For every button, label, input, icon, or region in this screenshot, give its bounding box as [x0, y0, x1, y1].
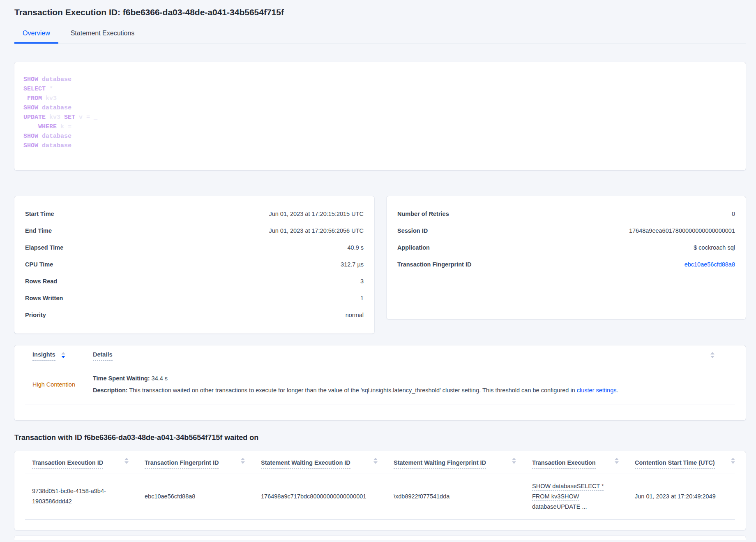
cell-contention-start-time-utc: Jun 01, 2023 at 17:20:49:2049 — [628, 487, 735, 506]
cell-transaction-fingerprint-id: ebc10ae56cfd88a8 — [138, 487, 254, 506]
column-label[interactable]: Statement Waiting Fingerprint ID — [394, 459, 486, 469]
column-header-transaction-fingerprint-id[interactable]: Transaction Fingerprint ID — [138, 459, 254, 469]
description-text: This transaction waited on other transac… — [128, 387, 577, 394]
sort-icon[interactable] — [512, 458, 516, 464]
summary-value: 17648a9eea6017800000000000000001 — [629, 227, 735, 234]
column-header-contention-start-time-utc[interactable]: Contention Start Time (UTC) — [628, 459, 735, 469]
summary-label: Session ID — [397, 227, 428, 234]
summary-label: Number of Retries — [397, 211, 449, 217]
summary-row-rows-written: Rows Written1 — [25, 290, 364, 306]
table-row: 9738d051-bc0e-4158-a9b4-1903586ddd42ebc1… — [25, 473, 735, 520]
summary-cards-row: Start TimeJun 01, 2023 at 17:20:15:2015 … — [14, 196, 746, 334]
cell-statement-waiting-fingerprint-id: \xdb8922f077541dda — [387, 487, 525, 506]
summary-label: Transaction Fingerprint ID — [397, 261, 471, 268]
summary-value: 3 — [360, 278, 364, 285]
summary-label: Start Time — [25, 211, 54, 217]
sort-icon[interactable] — [731, 458, 735, 464]
summary-label: Application — [397, 244, 430, 251]
tab-statement-executions[interactable]: Statement Executions — [62, 30, 143, 44]
summary-value: 1 — [360, 295, 364, 301]
column-label[interactable]: Transaction Fingerprint ID — [145, 459, 219, 469]
summary-value: Jun 01, 2023 at 17:20:56:2056 UTC — [269, 227, 364, 234]
insight-details: Time Spent Waiting: 34.4 s Description: … — [93, 373, 735, 396]
sql-line: SHOW database — [23, 141, 737, 151]
details-column-label[interactable]: Details — [93, 351, 113, 361]
summary-card-session: Number of Retries0Session ID17648a9eea60… — [387, 196, 746, 319]
sql-line: WHERE k = _ — [23, 122, 737, 132]
insight-type-badge: High Contention — [25, 381, 93, 388]
transaction-details-page: Transaction Execution ID: f6be6366-da03-… — [14, 0, 746, 540]
sort-icon[interactable] — [241, 458, 245, 464]
insights-column-label[interactable]: Insights — [32, 351, 55, 361]
sort-icon[interactable] — [373, 458, 378, 464]
transaction-execution-link[interactable]: SHOW databaseSELECT * FROM kv3SHOW datab… — [532, 481, 614, 512]
sql-line: SHOW database — [23, 132, 737, 141]
summary-value: 312.7 µs — [341, 261, 364, 268]
summary-value: normal — [346, 312, 364, 318]
summary-label: Rows Read — [25, 278, 57, 285]
cell-statement-waiting-execution-id: 176498a9c717bdc80000000000000001 — [254, 487, 387, 506]
tab-overview[interactable]: Overview — [14, 30, 58, 44]
summary-row-end-time: End TimeJun 01, 2023 at 17:20:56:2056 UT… — [25, 222, 364, 239]
table-footer-strip — [14, 536, 746, 540]
summary-row-number-of-retries: Number of Retries0 — [397, 205, 735, 222]
cluster-settings-link[interactable]: cluster settings — [577, 387, 617, 394]
summary-value: 0 — [732, 211, 735, 217]
page-title: Transaction Execution ID: f6be6366-da03-… — [14, 7, 746, 17]
time-spent-waiting-line: Time Spent Waiting: 34.4 s — [93, 373, 735, 384]
waited-on-table-body: 9738d051-bc0e-4158-a9b4-1903586ddd42ebc1… — [25, 473, 735, 520]
tab-bar: OverviewStatement Executions — [14, 30, 746, 44]
summary-label: End Time — [25, 227, 52, 234]
summary-row-application: Application$ cockroach sql — [397, 239, 735, 256]
sort-icon[interactable] — [615, 458, 619, 464]
summary-label: CPU Time — [25, 261, 53, 268]
summary-row-rows-read: Rows Read3 — [25, 273, 364, 290]
column-label[interactable]: Transaction Execution — [532, 459, 596, 469]
column-header-statement-waiting-execution-id[interactable]: Statement Waiting Execution ID — [254, 459, 387, 469]
column-header-transaction-execution-id[interactable]: Transaction Execution ID — [25, 459, 138, 469]
column-header-transaction-execution[interactable]: Transaction Execution — [525, 459, 628, 469]
sort-icon[interactable] — [710, 352, 715, 358]
summary-label: Rows Written — [25, 295, 63, 301]
description-suffix: . — [616, 387, 618, 394]
summary-row-transaction-fingerprint-id: Transaction Fingerprint IDebc10ae56cfd88… — [397, 256, 735, 273]
summary-row-start-time: Start TimeJun 01, 2023 at 17:20:15:2015 … — [25, 205, 364, 222]
insight-row: High Contention Time Spent Waiting: 34.4… — [25, 365, 735, 405]
column-header-details[interactable]: Details — [93, 351, 735, 361]
waiting-label: Time Spent Waiting: — [93, 375, 150, 382]
column-label[interactable]: Contention Start Time (UTC) — [635, 459, 715, 469]
insights-table-header: Insights Details — [25, 345, 735, 365]
cell-transaction-execution: SHOW databaseSELECT * FROM kv3SHOW datab… — [525, 477, 628, 516]
sql-line: UPDATE kv3 SET v = _ — [23, 113, 737, 122]
sql-line: SELECT * — [23, 84, 737, 94]
column-header-statement-waiting-fingerprint-id[interactable]: Statement Waiting Fingerprint ID — [387, 459, 525, 469]
summary-row-priority: Prioritynormal — [25, 306, 364, 323]
summary-row-cpu-time: CPU Time312.7 µs — [25, 256, 364, 273]
summary-label: Elapsed Time — [25, 244, 63, 251]
sort-icon[interactable] — [61, 352, 65, 358]
sql-line: SHOW database — [23, 103, 737, 113]
sql-line: FROM kv3 — [23, 94, 737, 103]
insights-table: Insights Details High Contention Time Sp… — [14, 345, 746, 420]
waited-on-table-header: Transaction Execution IDTransaction Fing… — [25, 451, 735, 473]
waiting-value: 34.4 s — [150, 375, 168, 382]
summary-row-elapsed-time: Elapsed Time40.9 s — [25, 239, 364, 256]
summary-card-timing: Start TimeJun 01, 2023 at 17:20:15:2015 … — [14, 196, 374, 334]
summary-row-session-id: Session ID17648a9eea60178000000000000000… — [397, 222, 735, 239]
summary-value: Jun 01, 2023 at 17:20:15:2015 UTC — [269, 211, 364, 217]
cell-transaction-execution-id: 9738d051-bc0e-4158-a9b4-1903586ddd42 — [25, 482, 138, 511]
column-header-insights[interactable]: Insights — [25, 351, 93, 361]
column-label[interactable]: Statement Waiting Execution ID — [261, 459, 350, 469]
summary-value: $ cockroach sql — [694, 244, 735, 251]
description-label: Description: — [93, 387, 128, 394]
sql-line: SHOW database — [23, 75, 737, 84]
waited-on-heading: Transaction with ID f6be6366-da03-48de-a… — [14, 433, 746, 442]
column-label[interactable]: Transaction Execution ID — [32, 459, 103, 469]
sql-statements-box: SHOW databaseSELECT * FROM kv3SHOW datab… — [14, 62, 746, 170]
summary-value: 40.9 s — [348, 244, 364, 251]
summary-label: Priority — [25, 312, 46, 318]
waited-on-table: Transaction Execution IDTransaction Fing… — [14, 451, 746, 530]
description-line: Description: This transaction waited on … — [93, 384, 735, 396]
fingerprint-id-link[interactable]: ebc10ae56cfd88a8 — [685, 261, 735, 268]
sort-icon[interactable] — [124, 458, 129, 464]
